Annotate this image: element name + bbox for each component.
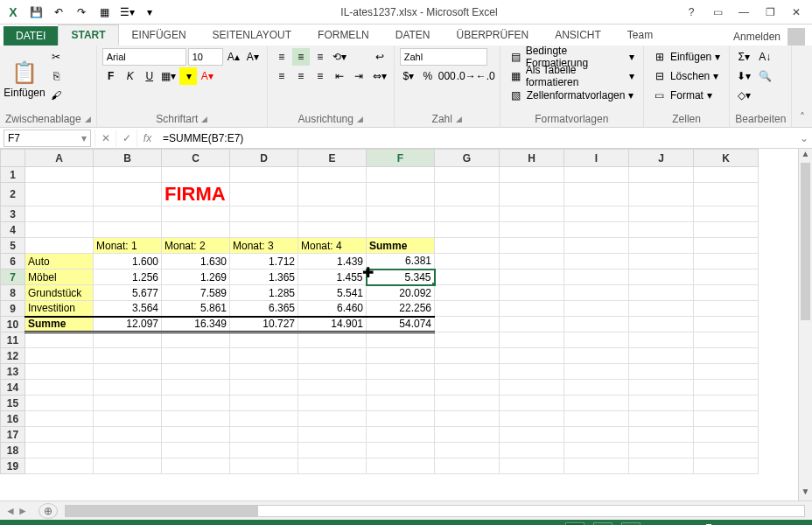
conditional-formatting-button[interactable]: ▤Bedingte Formatierung▾: [506, 48, 638, 66]
row-header[interactable]: 10: [1, 317, 25, 332]
tab-einfuegen[interactable]: EINFÜGEN: [119, 24, 200, 46]
save-icon[interactable]: 💾: [26, 3, 46, 22]
row-label[interactable]: Summe: [25, 317, 94, 332]
help-icon[interactable]: ?: [679, 4, 704, 21]
row-label[interactable]: Auto: [25, 254, 94, 270]
data-cell[interactable]: 54.074: [367, 317, 435, 332]
tab-team[interactable]: Team: [614, 24, 666, 46]
data-cell[interactable]: 1.439: [298, 254, 367, 270]
row-header[interactable]: 1: [1, 167, 25, 183]
data-cell[interactable]: 20.092: [367, 285, 435, 301]
column-header[interactable]: H: [500, 150, 564, 167]
data-cell[interactable]: 7.589: [162, 285, 230, 301]
column-header[interactable]: B: [94, 150, 162, 167]
redo-icon[interactable]: ↷: [72, 3, 91, 22]
decrease-indent-icon[interactable]: ⇤: [331, 67, 348, 85]
user-avatar-icon[interactable]: [788, 28, 805, 46]
data-cell[interactable]: 1.630: [162, 254, 230, 270]
quickprint-icon[interactable]: ▦: [94, 3, 114, 22]
italic-button[interactable]: K: [122, 67, 139, 85]
column-header[interactable]: A: [25, 150, 94, 167]
data-cell[interactable]: 1.256: [94, 270, 162, 285]
format-as-table-button[interactable]: ▦Als Tabelle formatieren▾: [506, 67, 638, 85]
file-tab[interactable]: DATEI: [4, 26, 58, 46]
decrease-decimal-icon[interactable]: ←.0: [477, 67, 494, 85]
column-header[interactable]: K: [694, 150, 759, 167]
table-header[interactable]: Monat: 2: [162, 238, 230, 254]
cancel-formula-icon[interactable]: ✕: [94, 130, 116, 147]
data-cell[interactable]: 5.345: [367, 270, 435, 285]
column-header[interactable]: I: [564, 150, 629, 167]
fill-color-icon[interactable]: ▾: [179, 67, 197, 85]
copy-icon[interactable]: ⎘: [47, 67, 65, 85]
data-cell[interactable]: 10.727: [230, 317, 298, 332]
align-bottom-icon[interactable]: ≡: [312, 48, 329, 66]
accounting-format-icon[interactable]: $▾: [400, 67, 417, 85]
data-cell[interactable]: 6.381: [367, 254, 435, 270]
scroll-down-icon[interactable]: ▼: [799, 486, 812, 500]
vertical-scrollbar[interactable]: ▲ ▼: [798, 149, 812, 500]
format-cells-button[interactable]: ▭Format▾: [649, 87, 724, 104]
tab-seitenlayout[interactable]: SEITENLAYOUT: [200, 24, 304, 46]
row-header[interactable]: 13: [1, 364, 25, 380]
underline-button[interactable]: U: [141, 67, 158, 85]
row-header[interactable]: 2: [1, 183, 25, 206]
bold-button[interactable]: F: [102, 67, 120, 85]
row-header[interactable]: 17: [1, 427, 25, 443]
delete-cells-button[interactable]: ⊟Löschen▾: [649, 67, 724, 85]
align-middle-icon[interactable]: ≡: [292, 48, 310, 66]
horizontal-scrollbar[interactable]: [65, 505, 805, 517]
column-header[interactable]: E: [298, 150, 367, 167]
data-cell[interactable]: 1.712: [230, 254, 298, 270]
row-label[interactable]: Investition: [25, 301, 94, 317]
table-header[interactable]: Monat: 1: [94, 238, 162, 254]
cut-icon[interactable]: ✂: [47, 48, 65, 66]
paste-button[interactable]: 📋 Einfügen: [5, 48, 44, 111]
row-header[interactable]: 8: [1, 285, 25, 301]
increase-decimal-icon[interactable]: .0→: [458, 67, 475, 85]
number-launcher-icon[interactable]: ◢: [456, 115, 462, 123]
alignment-launcher-icon[interactable]: ◢: [357, 115, 363, 123]
data-cell[interactable]: 6.365: [230, 301, 298, 317]
add-sheet-button[interactable]: ⊕: [38, 503, 58, 519]
increase-indent-icon[interactable]: ⇥: [350, 67, 368, 85]
vscroll-thumb[interactable]: [801, 163, 810, 320]
data-cell[interactable]: 6.460: [298, 301, 367, 317]
column-header[interactable]: D: [230, 150, 298, 167]
collapse-ribbon-icon[interactable]: ˄: [792, 46, 812, 127]
column-header[interactable]: G: [435, 150, 500, 167]
row-header[interactable]: 15: [1, 396, 25, 411]
tab-ansicht[interactable]: ANSICHT: [542, 24, 614, 46]
autosum-icon[interactable]: Σ▾: [735, 48, 752, 66]
column-header[interactable]: C: [162, 150, 230, 167]
row-header[interactable]: 3: [1, 206, 25, 222]
align-center-icon[interactable]: ≡: [292, 67, 310, 85]
font-size-select[interactable]: [188, 48, 223, 66]
sort-filter-icon[interactable]: A↓: [756, 48, 774, 66]
minimize-icon[interactable]: —: [732, 4, 756, 21]
data-cell[interactable]: 14.901: [298, 317, 367, 332]
enter-formula-icon[interactable]: ✓: [116, 130, 136, 147]
login-link[interactable]: Anmelden: [733, 31, 780, 43]
percent-format-icon[interactable]: %: [419, 67, 437, 85]
row-header[interactable]: 11: [1, 332, 25, 348]
row-header[interactable]: 14: [1, 380, 25, 396]
data-cell[interactable]: 5.677: [94, 285, 162, 301]
fx-icon[interactable]: fx: [136, 130, 158, 147]
increase-font-icon[interactable]: A▴: [225, 48, 242, 66]
firma-title[interactable]: FIRMA: [162, 183, 230, 206]
expand-formula-bar-icon[interactable]: ⌄: [796, 132, 812, 144]
column-header[interactable]: J: [629, 150, 694, 167]
decrease-font-icon[interactable]: A▾: [244, 48, 262, 66]
format-painter-icon[interactable]: 🖌: [47, 87, 65, 104]
wrap-text-icon[interactable]: ↩: [371, 48, 388, 66]
row-header[interactable]: 16: [1, 411, 25, 427]
data-cell[interactable]: 22.256: [367, 301, 435, 317]
close-icon[interactable]: ✕: [784, 4, 808, 21]
scroll-up-icon[interactable]: ▲: [799, 149, 812, 163]
row-header[interactable]: 18: [1, 443, 25, 458]
spreadsheet-grid[interactable]: ABCDEFGHIJK12FIRMA345Monat: 1Monat: 2Mon…: [0, 149, 759, 474]
row-label[interactable]: Möbel: [25, 270, 94, 285]
orientation-icon[interactable]: ⟲▾: [331, 48, 348, 66]
column-header[interactable]: F: [367, 150, 435, 167]
